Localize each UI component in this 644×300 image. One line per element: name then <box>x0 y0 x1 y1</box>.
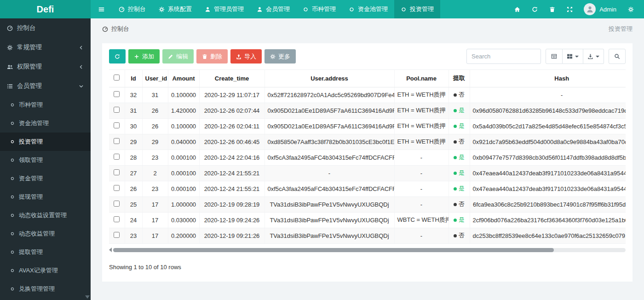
top-nav-item-invest-manage[interactable]: 投资管理 <box>394 0 440 18</box>
row-checkbox[interactable] <box>114 154 120 160</box>
import-button[interactable]: 导入 <box>230 49 262 63</box>
top-nav-item-system-config[interactable]: 系统配置 <box>152 0 198 18</box>
cell-create-time: 2020-12-29 11:07:17 <box>199 87 264 103</box>
row-checkbox[interactable] <box>114 185 120 191</box>
cell-select <box>109 118 125 134</box>
sidebar-scroll-down-arrow[interactable] <box>85 295 90 299</box>
row-checkbox[interactable] <box>114 169 120 175</box>
cell-select <box>109 150 125 165</box>
sidebar-item-recharge-manage[interactable]: 充值管理 <box>0 298 91 300</box>
cell-id: 28 <box>125 150 142 165</box>
circle-icon <box>10 287 15 291</box>
row-checkbox[interactable] <box>114 107 120 113</box>
top-nav-item-member-manage[interactable]: 会员管理 <box>250 0 296 18</box>
column-header-hash[interactable]: Hash <box>470 70 626 87</box>
sidebar-item-member-manage[interactable]: 会员管理 <box>0 76 91 96</box>
user-icon <box>586 6 594 13</box>
row-checkbox[interactable] <box>114 91 120 97</box>
row-checkbox[interactable] <box>114 201 120 207</box>
sidebar-item-fund-manage[interactable]: 资金管理 <box>0 169 91 188</box>
scrollbar-track[interactable] <box>113 248 626 252</box>
column-header-user-id[interactable]: User_id <box>142 70 168 87</box>
top-nav-items: 控制台系统配置管理员管理会员管理币种管理资金池管理投资管理 <box>112 0 440 18</box>
sidebar-item-label: 提现管理 <box>19 193 84 201</box>
sidebar-item-permission-manage[interactable]: 权限管理 <box>0 57 91 76</box>
sidebar-item-coin-manage[interactable]: 币种管理 <box>0 96 91 114</box>
search-button[interactable] <box>609 49 626 64</box>
columns-button[interactable] <box>563 49 583 64</box>
top-nav-item-coin-manage[interactable]: 币种管理 <box>296 0 342 18</box>
select-all-checkbox[interactable] <box>114 75 120 81</box>
delete-button[interactable]: 删除 <box>196 49 228 63</box>
top-nav-item-admin-manage[interactable]: 管理员管理 <box>198 0 250 18</box>
column-header-withdraw[interactable]: 提取 <box>448 70 470 87</box>
cell-user-id: 17 <box>142 228 168 243</box>
cell-amount: 0.000100 <box>168 150 199 165</box>
circle-icon <box>303 6 309 12</box>
column-header-user-address[interactable]: User.address <box>264 70 394 87</box>
sidebar-toggle-button[interactable] <box>91 0 112 18</box>
sidebar-item-exchange-manage[interactable]: 兑换管理管理 <box>0 280 91 298</box>
breadcrumb[interactable]: 控制台 <box>102 25 129 33</box>
more-button[interactable]: 更多 <box>264 49 296 63</box>
cell-user-address: 0x52ff721628972c0A1Adc5c95269bd907D9Fe46… <box>264 87 394 103</box>
search-input[interactable] <box>466 49 541 64</box>
cell-select <box>109 212 125 228</box>
sidebar-item-pool-manage[interactable]: 资金池管理 <box>0 114 91 133</box>
add-button[interactable]: 添加 <box>128 49 160 63</box>
home-button[interactable] <box>508 0 526 18</box>
column-header-id[interactable]: Id <box>125 70 142 87</box>
row-checkbox[interactable] <box>114 232 120 238</box>
select-all-header <box>109 70 125 87</box>
sidebar-item-dynamic-income-settings[interactable]: 动态收益设置管理 <box>0 206 91 225</box>
column-header-create-time[interactable]: Create_time <box>199 70 264 87</box>
sidebar-item-withdraw-manage[interactable]: 提现管理 <box>0 188 91 206</box>
sidebar-item-invest-manage[interactable]: 投资管理 <box>0 133 91 151</box>
table-row: 32310.1000002020-12-29 11:07:170x52ff721… <box>109 87 626 103</box>
sidebar-item-avax-records[interactable]: AVAX记录管理 <box>0 261 91 280</box>
toolbar-buttons: 添加编辑删除导入更多 <box>109 49 296 63</box>
user-menu[interactable]: Admin <box>578 3 622 15</box>
cell-amount: 0.200000 <box>168 228 199 243</box>
sidebar-item-claim-manage[interactable]: 领取管理 <box>0 151 91 169</box>
sidebar: 控制台常规管理权限管理会员管理币种管理资金池管理投资管理领取管理资金管理提现管理… <box>0 18 91 300</box>
brand-logo[interactable]: Defi <box>0 0 91 18</box>
sidebar-item-general-manage[interactable]: 常规管理 <box>0 38 91 57</box>
row-checkbox[interactable] <box>114 122 120 128</box>
refresh-button[interactable] <box>109 49 126 63</box>
cell-amount: 0.000100 <box>168 165 199 181</box>
top-nav-item-pool-manage[interactable]: 资金池管理 <box>342 0 394 18</box>
scroll-left-arrow-icon[interactable] <box>109 248 112 252</box>
sidebar-item-dynamic-income-manage[interactable]: 动态收益管理 <box>0 225 91 243</box>
table-row: 23170.2000002020-12-19 09:21:26TVa31dsiB… <box>109 228 626 243</box>
scrollbar-thumb[interactable] <box>113 248 554 252</box>
avatar <box>584 3 596 15</box>
cell-create-time: 2020-12-19 09:21:26 <box>199 228 264 243</box>
sidebar-item-console[interactable]: 控制台 <box>0 18 91 38</box>
edit-button[interactable]: 编辑 <box>162 49 194 63</box>
top-nav-item-label: 投资管理 <box>410 5 434 13</box>
horizontal-scrollbar[interactable] <box>109 248 626 253</box>
dashboard-icon <box>7 25 13 31</box>
cell-amount: 0.100000 <box>168 118 199 134</box>
row-checkbox[interactable] <box>114 138 120 144</box>
cell-withdraw: 是 <box>448 212 470 228</box>
fullscreen-button[interactable] <box>561 0 578 18</box>
list-icon <box>7 83 13 89</box>
column-header-amount[interactable]: Amount <box>168 70 199 87</box>
toggle-view-button[interactable] <box>546 49 563 64</box>
export-button[interactable] <box>583 49 604 64</box>
column-header-pool-name[interactable]: Pool.name <box>394 70 448 87</box>
row-checkbox[interactable] <box>114 216 120 222</box>
settings-button[interactable] <box>622 0 639 18</box>
sidebar-item-extract-manage[interactable]: 提取管理 <box>0 243 91 261</box>
refresh-button[interactable] <box>526 0 543 18</box>
trash-button[interactable] <box>543 0 561 18</box>
top-nav-item-console[interactable]: 控制台 <box>112 0 152 18</box>
status-dot-icon <box>454 125 457 128</box>
cell-hash: 2cf906bd076a226ba23176cf36364360f3f760d0… <box>470 212 626 228</box>
cell-hash: 0xb09477e7577d8398cb30d56f01147ddfb398ad… <box>470 150 626 165</box>
cell-create-time: 2020-12-26 02:07:44 <box>199 103 264 118</box>
sidebar-item-label: 资金池管理 <box>19 119 84 127</box>
circle-icon <box>10 268 15 273</box>
